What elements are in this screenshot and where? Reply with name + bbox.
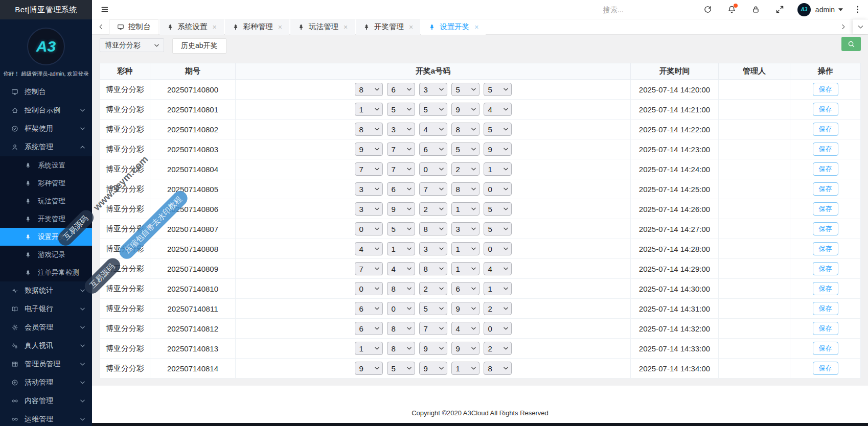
number-select[interactable]: 5 bbox=[484, 202, 512, 216]
number-select[interactable]: 1 bbox=[451, 202, 479, 216]
number-select[interactable]: 6 bbox=[387, 182, 415, 196]
number-select[interactable]: 1 bbox=[451, 242, 479, 255]
history-ab-button[interactable]: 历史ab开奖 bbox=[172, 38, 226, 54]
number-select[interactable]: 8 bbox=[387, 282, 415, 295]
close-icon[interactable]: × bbox=[213, 23, 217, 31]
number-select[interactable]: 9 bbox=[355, 362, 383, 375]
sidebar-item-play-manage[interactable]: 玩法管理 bbox=[0, 192, 92, 210]
number-select[interactable]: 1 bbox=[484, 162, 512, 176]
save-button[interactable]: 保存 bbox=[813, 342, 838, 355]
number-select[interactable]: 7 bbox=[419, 182, 447, 196]
save-button[interactable]: 保存 bbox=[813, 362, 838, 375]
number-select[interactable]: 7 bbox=[355, 262, 383, 275]
number-select[interactable]: 0 bbox=[484, 242, 512, 255]
tab-system-settings[interactable]: 系统设置× bbox=[159, 19, 224, 35]
number-select[interactable]: 1 bbox=[451, 362, 479, 375]
save-button[interactable]: 保存 bbox=[813, 242, 838, 255]
lottery-select[interactable]: 博亚分分彩 bbox=[100, 38, 164, 52]
number-select[interactable]: 4 bbox=[387, 262, 415, 275]
number-select[interactable]: 9 bbox=[484, 143, 512, 156]
save-button[interactable]: 保存 bbox=[813, 322, 838, 335]
number-select[interactable]: 9 bbox=[387, 202, 415, 216]
number-select[interactable]: 8 bbox=[355, 83, 383, 96]
save-button[interactable]: 保存 bbox=[813, 83, 838, 96]
save-button[interactable]: 保存 bbox=[813, 123, 838, 136]
number-select[interactable]: 2 bbox=[419, 202, 447, 216]
number-select[interactable]: 8 bbox=[451, 123, 479, 136]
sidebar-item-system[interactable]: 系统管理 bbox=[0, 138, 92, 156]
number-select[interactable]: 8 bbox=[387, 322, 415, 335]
sidebar-item-lottery-manage[interactable]: 彩种管理 bbox=[0, 174, 92, 192]
number-select[interactable]: 8 bbox=[484, 362, 512, 375]
close-icon[interactable]: × bbox=[344, 23, 348, 31]
sidebar-item-game-records[interactable]: 游戏记录 bbox=[0, 246, 92, 264]
number-select[interactable]: 2 bbox=[451, 162, 479, 176]
number-select[interactable]: 1 bbox=[451, 262, 479, 275]
sidebar-item-members[interactable]: 会员管理 bbox=[0, 318, 92, 337]
sidebar-item-draw-manage[interactable]: 开奖管理 bbox=[0, 210, 92, 228]
close-icon[interactable]: × bbox=[409, 23, 413, 31]
number-select[interactable]: 5 bbox=[484, 83, 512, 96]
number-select[interactable]: 6 bbox=[355, 322, 383, 335]
number-select[interactable]: 9 bbox=[355, 143, 383, 156]
number-select[interactable]: 6 bbox=[387, 83, 415, 96]
sidebar-item-live-video[interactable]: 真人视讯 bbox=[0, 337, 92, 355]
number-select[interactable]: 0 bbox=[484, 182, 512, 196]
number-select[interactable]: 7 bbox=[387, 162, 415, 176]
number-select[interactable]: 0 bbox=[387, 302, 415, 315]
save-button[interactable]: 保存 bbox=[813, 162, 838, 176]
number-select[interactable]: 4 bbox=[419, 123, 447, 136]
number-select[interactable]: 0 bbox=[355, 222, 383, 235]
number-select[interactable]: 7 bbox=[419, 322, 447, 335]
number-select[interactable]: 3 bbox=[419, 83, 447, 96]
refresh-icon[interactable] bbox=[703, 5, 712, 14]
number-select[interactable]: 1 bbox=[355, 342, 383, 355]
save-button[interactable]: 保存 bbox=[813, 262, 838, 275]
search-input[interactable] bbox=[603, 6, 675, 14]
number-select[interactable]: 8 bbox=[419, 262, 447, 275]
number-select[interactable]: 5 bbox=[451, 143, 479, 156]
number-select[interactable]: 6 bbox=[355, 302, 383, 315]
tabs-scroll-right[interactable] bbox=[836, 19, 850, 35]
number-select[interactable]: 8 bbox=[355, 123, 383, 136]
sidebar-item-ops[interactable]: 运维管理 bbox=[0, 410, 92, 426]
number-select[interactable]: 2 bbox=[484, 302, 512, 315]
save-button[interactable]: 保存 bbox=[813, 302, 838, 315]
menu-toggle-icon[interactable] bbox=[100, 5, 109, 14]
number-select[interactable]: 5 bbox=[419, 302, 447, 315]
sidebar-item-ebank[interactable]: 电子银行 bbox=[0, 300, 92, 318]
number-select[interactable]: 5 bbox=[484, 123, 512, 136]
tab-lottery-manage[interactable]: 彩种管理× bbox=[225, 19, 289, 35]
avatar[interactable]: A3 bbox=[797, 3, 811, 16]
number-select[interactable]: 7 bbox=[355, 162, 383, 176]
number-select[interactable]: 1 bbox=[355, 103, 383, 116]
sidebar-item-console[interactable]: 控制台 bbox=[0, 83, 92, 101]
number-select[interactable]: 4 bbox=[451, 322, 479, 335]
number-select[interactable]: 0 bbox=[484, 322, 512, 335]
sidebar-item-activities[interactable]: 活动管理 bbox=[0, 373, 92, 392]
sidebar-item-set-draw[interactable]: 设置开奖 bbox=[0, 228, 92, 246]
save-button[interactable]: 保存 bbox=[813, 182, 838, 196]
sidebar-item-system-settings[interactable]: 系统设置 bbox=[0, 156, 92, 174]
close-icon[interactable]: × bbox=[474, 23, 478, 31]
number-select[interactable]: 2 bbox=[419, 282, 447, 295]
number-select[interactable]: 4 bbox=[484, 262, 512, 275]
number-select[interactable]: 3 bbox=[387, 123, 415, 136]
number-select[interactable]: 7 bbox=[387, 143, 415, 156]
close-icon[interactable]: × bbox=[278, 23, 282, 31]
number-select[interactable]: 8 bbox=[419, 222, 447, 235]
sidebar-item-content[interactable]: 内容管理 bbox=[0, 392, 92, 410]
fullscreen-icon[interactable] bbox=[775, 5, 784, 14]
sidebar-item-admins[interactable]: 管理员管理 bbox=[0, 355, 92, 373]
more-vertical-icon[interactable] bbox=[853, 5, 862, 14]
sidebar-item-framework[interactable]: 框架使用 bbox=[0, 120, 92, 138]
tab-play-manage[interactable]: 玩法管理× bbox=[290, 19, 355, 35]
save-button[interactable]: 保存 bbox=[813, 202, 838, 216]
number-select[interactable]: 5 bbox=[484, 222, 512, 235]
tab-console[interactable]: 控制台 bbox=[109, 19, 158, 35]
user-menu[interactable]: admin bbox=[815, 6, 843, 14]
number-select[interactable]: 5 bbox=[451, 83, 479, 96]
number-select[interactable]: 3 bbox=[451, 222, 479, 235]
number-select[interactable]: 9 bbox=[451, 103, 479, 116]
number-select[interactable]: 0 bbox=[419, 162, 447, 176]
